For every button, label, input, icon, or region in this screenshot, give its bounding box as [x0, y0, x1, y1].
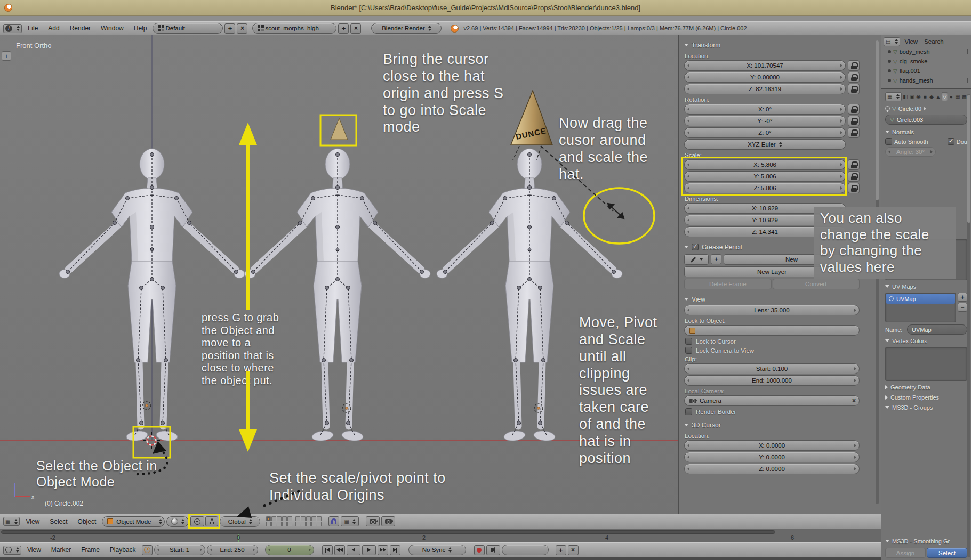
lock-icon[interactable] — [848, 159, 860, 170]
window-titlebar[interactable]: Blender* [C:\Users\Brad\Desktop\fuse_Gui… — [0, 0, 971, 16]
scene-selector[interactable]: scout_morphs_high — [252, 23, 336, 34]
transform-orientation-dropdown[interactable]: Global — [220, 516, 260, 527]
shading-dropdown[interactable] — [166, 516, 189, 527]
tab-constraints-icon[interactable]: ◆ — [928, 92, 934, 101]
rotation-z-field[interactable]: Z: 0° — [684, 127, 846, 138]
menu-object[interactable]: Object — [74, 516, 101, 527]
outliner-view-menu[interactable]: View — [902, 37, 920, 46]
scale-x-field[interactable]: X: 5.806 — [684, 159, 846, 170]
add-uv-map-button[interactable] — [958, 293, 967, 302]
frame-end-field[interactable]: End: 250 — [207, 545, 258, 555]
menu-view[interactable]: View — [23, 545, 45, 555]
rotation-mode-dropdown[interactable]: XYZ Euler — [684, 139, 846, 150]
rotation-y-field[interactable]: Y: -0° — [684, 116, 846, 126]
assign-button[interactable]: Assign — [885, 548, 926, 558]
cursor-y-field[interactable]: Y: 0.0000 — [684, 452, 860, 462]
convert-button[interactable]: Convert — [773, 279, 860, 289]
layer-cell[interactable] — [301, 522, 306, 526]
layer-cell[interactable] — [282, 516, 287, 521]
uv-maps-list[interactable]: UVMap — [885, 293, 956, 322]
lock-to-cursor-checkbox[interactable] — [685, 338, 692, 345]
cursor-x-field[interactable]: X: 0.0000 — [684, 440, 860, 451]
panel-header-ms3d-groups[interactable]: MS3D - Groups — [885, 402, 967, 412]
opengl-render-anim-button[interactable] — [381, 516, 395, 526]
layer-cell[interactable] — [306, 522, 311, 526]
panel-header-geometry-data[interactable]: Geometry Data — [885, 382, 967, 392]
layer-cell[interactable] — [282, 522, 287, 526]
editor-type-button[interactable] — [3, 24, 22, 33]
tab-material-icon[interactable]: ● — [948, 92, 954, 101]
tab-modifiers-icon[interactable]: ▲ — [935, 92, 941, 101]
panel-header-ms3d-smoothing[interactable]: MS3D - Smoothing Gr — [885, 536, 967, 546]
layer-cell[interactable] — [271, 516, 276, 521]
delete-keyframe-button[interactable] — [568, 545, 579, 555]
restrict-icon[interactable] — [967, 49, 968, 54]
angle-field[interactable]: Angle: 30° — [885, 147, 936, 157]
grease-pencil-draw-button[interactable] — [684, 254, 709, 265]
lock-camera-checkbox[interactable] — [685, 347, 692, 354]
remove-uv-map-button[interactable]: − — [958, 303, 967, 312]
layer-cell[interactable] — [317, 516, 322, 521]
rotation-x-field[interactable]: X: 0° — [684, 104, 846, 115]
lock-icon[interactable] — [848, 72, 860, 83]
lens-slider[interactable]: Lens: 35.000 — [684, 305, 860, 315]
prev-keyframe-button[interactable] — [334, 545, 345, 555]
menu-file[interactable]: File — [23, 23, 42, 34]
jump-to-start-button[interactable] — [322, 545, 333, 555]
keying-set-field[interactable] — [502, 545, 549, 555]
panel-header-vertex-colors[interactable]: Vertex Colors — [885, 336, 967, 346]
menu-window[interactable]: Window — [97, 23, 128, 34]
menu-help[interactable]: Help — [130, 23, 151, 34]
layer-cell[interactable] — [311, 522, 316, 526]
mode-dropdown[interactable]: Object Mode — [102, 516, 165, 527]
frame-start-field[interactable]: Start: 1 — [154, 545, 205, 555]
lock-icon[interactable] — [848, 84, 860, 94]
mute-audio-button[interactable] — [486, 545, 500, 555]
snap-toggle-button[interactable] — [328, 516, 339, 526]
menu-render[interactable]: Render — [66, 23, 95, 34]
select-button[interactable]: Select — [927, 548, 967, 558]
location-y-field[interactable]: Y: 0.00000 — [684, 72, 846, 83]
sync-mode-dropdown[interactable]: No Sync — [408, 545, 466, 555]
editor-type-button[interactable]: ▦ — [3, 517, 20, 526]
layer-cell[interactable] — [317, 522, 322, 526]
screen-layout-selector[interactable]: Default — [153, 23, 223, 34]
mesh-data-name-field[interactable]: ▽ Circle.003 — [885, 115, 967, 125]
snap-element-dropdown[interactable]: ▦ — [341, 516, 359, 526]
close-scene-button[interactable] — [350, 23, 361, 34]
add-layout-button[interactable] — [224, 23, 235, 34]
layer-grid-1[interactable] — [266, 516, 292, 526]
tab-world-icon[interactable]: ◉ — [916, 92, 921, 101]
pin-icon[interactable] — [885, 106, 890, 111]
menu-marker[interactable]: Marker — [47, 545, 75, 555]
pivot-point-dropdown[interactable] — [190, 516, 204, 526]
lock-icon[interactable] — [848, 116, 860, 126]
grease-pencil-add-button[interactable] — [711, 254, 721, 264]
outliner-item-hands-mesh[interactable]: ▽hands_mesh — [884, 76, 969, 85]
layer-cell[interactable] — [266, 522, 271, 526]
outliner-item-cig-smoke[interactable]: ▽cig_smoke — [884, 56, 969, 66]
editor-type-button[interactable]: ▦ — [885, 92, 902, 101]
layer-cell[interactable] — [306, 516, 311, 521]
restrict-icon[interactable] — [967, 78, 968, 83]
timeline-ruler[interactable]: -2 0 2 4 6 — [0, 529, 881, 542]
scale-z-field[interactable]: Z: 5.806 — [684, 183, 846, 193]
horizontal-scrollbar[interactable] — [1, 530, 775, 534]
outliner-search-menu[interactable]: Search — [922, 37, 945, 46]
insert-keyframe-button[interactable] — [556, 545, 566, 555]
preview-range-button[interactable] — [142, 545, 153, 555]
editor-type-button[interactable]: ▤ — [884, 37, 900, 46]
tab-texture-icon[interactable]: ▦ — [954, 92, 960, 101]
outliner-item-flag-001[interactable]: ▽flag.001 — [884, 66, 969, 76]
tab-object-data-icon[interactable]: ▽ — [942, 92, 948, 101]
local-camera-field[interactable]: Camera — [684, 395, 860, 406]
close-icon[interactable] — [852, 397, 856, 404]
cursor-z-field[interactable]: Z: 0.0000 — [684, 464, 860, 474]
render-engine-selector[interactable]: Blender Render — [371, 23, 442, 34]
tab-object-icon[interactable]: ■ — [922, 92, 928, 101]
menu-playback[interactable]: Playback — [106, 545, 140, 555]
panel-header-custom-properties[interactable]: Custom Properties — [885, 392, 967, 402]
layer-cell[interactable] — [277, 516, 282, 521]
panel-header-normals[interactable]: Normals — [885, 127, 967, 137]
vertex-colors-list[interactable] — [885, 347, 967, 381]
